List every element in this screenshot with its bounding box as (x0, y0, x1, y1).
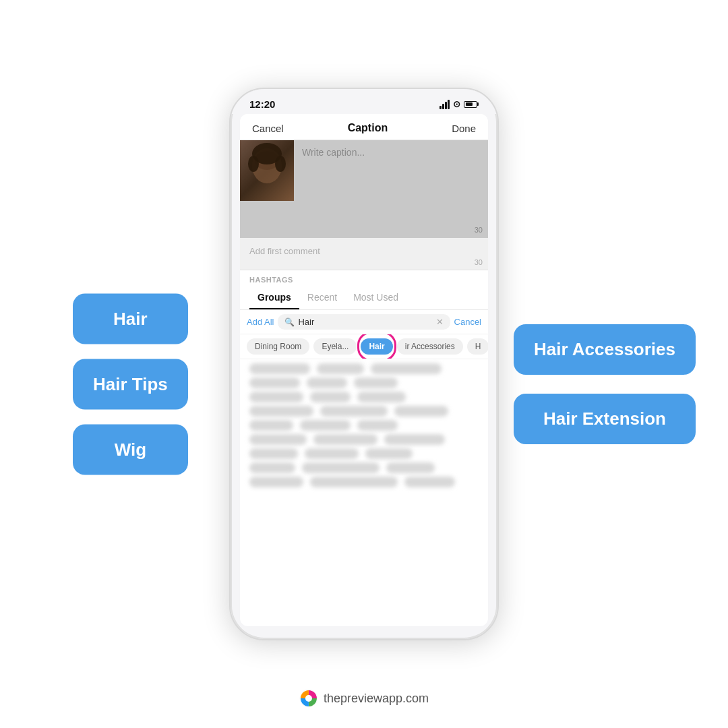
hashtag-row-7 (249, 448, 479, 459)
phone-shell: 12:20 ⊙ (229, 88, 499, 640)
chip-dining-room[interactable]: Dining Room (247, 338, 309, 355)
hashtag-pill (313, 434, 377, 445)
hashtag-pill (384, 434, 445, 445)
battery-icon (464, 101, 479, 108)
hashtag-row-6 (249, 434, 479, 445)
signal-icon (439, 100, 450, 109)
comment-char-count: 30 (475, 258, 483, 266)
cancel-button[interactable]: Cancel (252, 123, 284, 134)
hashtag-row-8 (249, 462, 479, 473)
hashtag-pill (386, 462, 435, 473)
battery-body (464, 101, 477, 108)
phone-screen: Cancel Caption Done (240, 114, 488, 626)
chip-h[interactable]: H (467, 338, 488, 355)
hashtag-pill (249, 448, 298, 459)
caption-image-inner (240, 140, 294, 201)
caption-title: Caption (348, 122, 388, 134)
label-hair-extension[interactable]: Hair Extension (514, 394, 696, 444)
label-wig[interactable]: Wig (73, 425, 188, 475)
chip-eyelashes[interactable]: Eyela... (313, 338, 357, 355)
hashtag-row-4 (249, 406, 479, 417)
caption-placeholder: Write caption... (302, 147, 365, 158)
chip-hair-accessories[interactable]: ir Accessories (397, 338, 463, 355)
caption-char-count: 30 (475, 226, 483, 234)
svg-point-3 (248, 156, 259, 172)
clear-search-icon[interactable]: ✕ (436, 317, 444, 327)
brand-url: thepreviewapp.com (324, 692, 429, 706)
hashtag-row-3 (249, 392, 479, 402)
battery-fill (466, 102, 473, 106)
tab-most-used[interactable]: Most Used (345, 286, 406, 309)
signal-bar-1 (439, 106, 442, 109)
hashtags-section-label: HASHTAGS (240, 270, 488, 286)
comment-area[interactable]: Add first comment 30 (240, 238, 488, 270)
hashtag-pill (320, 406, 388, 417)
hashtag-pill (317, 363, 364, 374)
hashtag-row-1 (249, 363, 479, 374)
hashtag-pill (357, 420, 398, 431)
chip-hair[interactable]: Hair (361, 338, 392, 355)
svg-point-6 (305, 695, 312, 702)
hashtag-pill (365, 448, 413, 459)
status-bar: 12:20 ⊙ (231, 89, 497, 114)
label-hair[interactable]: Hair (73, 294, 188, 344)
add-all-button[interactable]: Add All (247, 317, 274, 327)
signal-bar-2 (442, 104, 444, 109)
tab-groups[interactable]: Groups (249, 286, 299, 309)
caption-navbar: Cancel Caption Done (240, 114, 488, 140)
hashtag-row-5 (249, 420, 479, 431)
hashtag-pill (371, 363, 442, 374)
hashtag-pill (249, 392, 303, 402)
search-row: Add All 🔍 Hair ✕ Cancel (240, 310, 488, 334)
done-button[interactable]: Done (452, 123, 476, 134)
hashtag-list (240, 359, 488, 495)
scene: Hair Hair Tips Wig 12:20 ⊙ (0, 0, 728, 728)
hashtag-pill (357, 392, 406, 402)
hashtag-pill (302, 462, 380, 473)
hashtag-row-9 (249, 477, 479, 487)
hashtag-pill (249, 406, 313, 417)
battery-tip (477, 102, 479, 106)
search-icon: 🔍 (284, 317, 295, 327)
hashtag-pill (249, 462, 295, 473)
chips-row: Dining Room Eyela... Hair ir Accessories… (240, 334, 488, 359)
wifi-icon: ⊙ (453, 99, 460, 109)
caption-text-area[interactable]: Write caption... (294, 140, 488, 238)
signal-bar-3 (445, 102, 447, 109)
comment-placeholder: Add first comment (249, 246, 320, 256)
hashtag-pill (404, 477, 455, 487)
hashtag-pill (354, 377, 398, 388)
signal-bar-4 (448, 100, 450, 109)
label-hair-accessories[interactable]: Hair Accessories (514, 324, 696, 375)
svg-point-4 (275, 156, 286, 172)
tab-recent[interactable]: Recent (299, 286, 345, 309)
status-icons: ⊙ (439, 99, 479, 109)
search-value: Hair (298, 317, 314, 327)
search-field[interactable]: 🔍 Hair ✕ (278, 314, 450, 330)
tabs-row: Groups Recent Most Used (240, 286, 488, 310)
caption-image[interactable]: Edit (240, 140, 294, 201)
caption-area: Edit Write caption... 30 (240, 140, 488, 238)
brand-logo (299, 689, 318, 708)
left-labels-container: Hair Hair Tips Wig (73, 294, 188, 475)
hashtag-pill (300, 420, 351, 431)
right-labels-container: Hair Accessories Hair Extension (514, 324, 696, 444)
hashtag-pill (249, 477, 303, 487)
hashtag-pill (394, 406, 448, 417)
hashtag-pill (249, 377, 300, 388)
label-hair-tips[interactable]: Hair Tips (73, 359, 188, 410)
hashtag-pill (249, 420, 293, 431)
search-cancel-button[interactable]: Cancel (454, 317, 481, 327)
hashtag-row-2 (249, 377, 479, 388)
hashtag-pill (307, 377, 347, 388)
status-time: 12:20 (249, 98, 275, 110)
hashtag-pill (305, 448, 359, 459)
hashtag-pill (249, 363, 310, 374)
hashtag-pill (249, 434, 307, 445)
hashtag-pill (310, 477, 398, 487)
footer-brand: thepreviewapp.com (299, 689, 429, 708)
chip-hair-wrapper: Hair (361, 338, 392, 355)
hashtag-pill (310, 392, 351, 402)
